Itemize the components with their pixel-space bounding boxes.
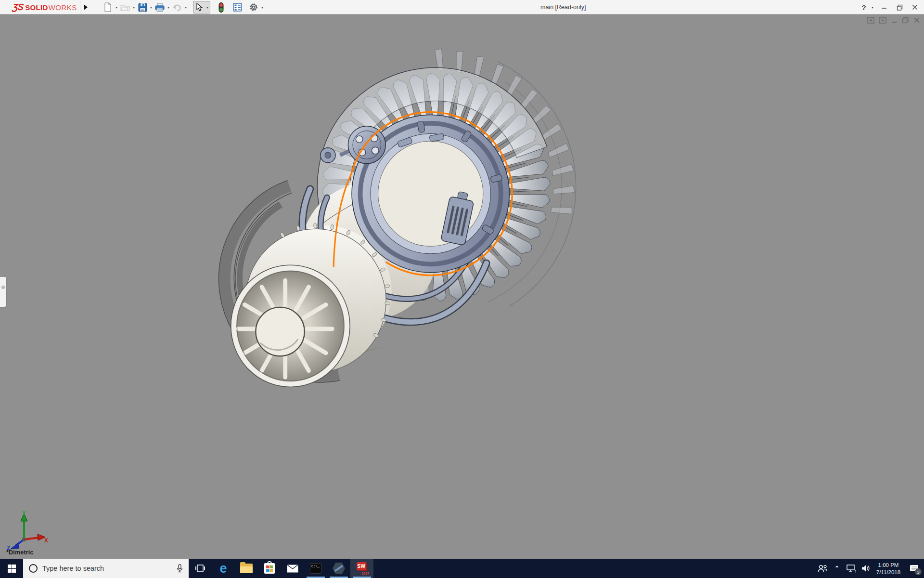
taskbar-app-hexagon[interactable] <box>327 559 350 578</box>
triad-y-label: Y <box>22 510 26 517</box>
open-caret[interactable]: ▾ <box>131 1 136 13</box>
select-tool-group: ▾ <box>193 1 210 13</box>
doc-minimize-icon[interactable] <box>891 17 898 24</box>
solidworks-logo: ƷS SOLID WORKS <box>13 0 77 14</box>
clock-date: 7/11/2018 <box>873 569 904 576</box>
close-button[interactable] <box>909 1 921 13</box>
taskbar-app-solidworks[interactable]: SW 2017 <box>350 559 373 578</box>
hexagon-app-icon <box>333 563 345 574</box>
taskbar-app-store[interactable] <box>258 559 281 578</box>
triad-x-label: X <box>44 537 48 544</box>
taskbar-app-edge[interactable]: e <box>212 559 235 578</box>
network-display-icon <box>847 565 856 573</box>
brand-bold: SOLID <box>25 3 48 12</box>
select-cursor-icon[interactable] <box>193 1 205 13</box>
windows-logo-icon <box>8 565 16 573</box>
panel-toggle-right-icon[interactable] <box>879 17 886 24</box>
brand-glyph: ƷS <box>12 2 24 13</box>
print-icon[interactable] <box>154 1 166 13</box>
search-placeholder: Type here to search <box>42 565 172 572</box>
minimize-button[interactable] <box>878 1 890 13</box>
view-orientation-label: *Dimetric <box>6 549 34 556</box>
mail-icon <box>287 565 298 573</box>
panel-toggle-left-icon[interactable] <box>867 17 874 24</box>
options-gear-icon[interactable] <box>248 1 259 13</box>
file-explorer-icon <box>240 564 253 573</box>
restore-button[interactable] <box>893 1 906 13</box>
taskbar-app-mail[interactable] <box>281 559 304 578</box>
network-button[interactable] <box>844 559 859 578</box>
taskbar-clock[interactable]: 1:00 PM 7/11/2018 <box>873 561 904 576</box>
help-button[interactable]: ? <box>858 1 870 13</box>
taskbar-search-box[interactable]: Type here to search <box>23 559 189 578</box>
options-gear-caret[interactable]: ▾ <box>260 1 265 13</box>
doc-restore-icon[interactable] <box>902 17 909 24</box>
print-caret[interactable]: ▾ <box>166 1 171 13</box>
volume-icon <box>861 565 871 572</box>
system-tray: ⌃ 1:00 PM 7/11/2018 <box>815 559 924 578</box>
microsoft-store-icon <box>264 563 275 574</box>
task-view-button[interactable] <box>189 559 212 578</box>
help-caret[interactable]: ▾ <box>870 5 875 10</box>
tray-overflow-chevron[interactable]: ⌃ <box>830 559 844 578</box>
solidworks-year-label: 2017 <box>361 572 369 575</box>
people-icon <box>818 565 827 572</box>
taskbar: Type here to search e C:\_ SW <box>0 559 924 578</box>
taskbar-app-file-explorer[interactable] <box>235 559 258 578</box>
start-button[interactable] <box>0 559 23 578</box>
taskbar-app-command-prompt[interactable]: C:\_ <box>304 559 327 578</box>
clock-time: 1:00 PM <box>873 562 904 568</box>
people-button[interactable] <box>815 559 830 578</box>
graphics-area[interactable]: Y X Z *Dimetric <box>0 14 924 559</box>
save-caret[interactable]: ▾ <box>149 1 154 13</box>
document-window-controls <box>867 17 920 24</box>
open-icon[interactable] <box>119 1 131 13</box>
orientation-triad: Y X Z <box>5 510 48 551</box>
doc-close-icon[interactable] <box>913 17 920 24</box>
undo-icon[interactable] <box>171 1 183 13</box>
new-document-caret[interactable]: ▾ <box>114 1 119 13</box>
new-document-icon[interactable] <box>102 1 114 13</box>
microphone-icon[interactable] <box>177 564 183 573</box>
panel-tab-grip-icon <box>1 286 5 289</box>
collapsed-panel-tab[interactable] <box>0 277 6 307</box>
undo-caret[interactable]: ▾ <box>183 1 188 13</box>
edge-icon: e <box>219 562 227 575</box>
volume-button[interactable] <box>859 559 873 578</box>
select-cursor-caret[interactable]: ▾ <box>205 1 210 13</box>
rebuild-traffic-light-icon[interactable] <box>215 1 227 13</box>
notification-badge: 3 <box>915 568 922 575</box>
menu-flyout-arrow-icon[interactable] <box>80 1 90 13</box>
titlebar: ƷS SOLID WORKS ▾ ▾ ▾ ▾ ▾ ▾ <box>0 0 924 14</box>
cortana-icon <box>29 564 38 573</box>
document-title: main [Read-only] <box>540 0 586 14</box>
engine-model[interactable] <box>197 14 681 397</box>
task-view-icon <box>195 565 205 572</box>
display-pane-icon[interactable] <box>231 1 243 13</box>
brand-light: WORKS <box>49 3 77 12</box>
save-icon[interactable] <box>137 1 148 13</box>
command-prompt-icon: C:\_ <box>310 563 321 574</box>
action-center-button[interactable]: 3 <box>904 559 924 578</box>
main-toolbar: ▾ ▾ ▾ ▾ ▾ ▾ <box>102 0 265 14</box>
solidworks-2017-icon: SW 2017 <box>356 562 368 575</box>
engine-model-canvas[interactable] <box>0 14 924 559</box>
